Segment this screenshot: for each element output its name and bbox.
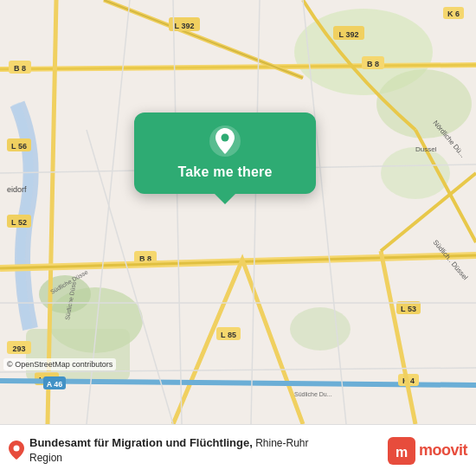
take-me-there-popup[interactable]: Take me there (134, 113, 316, 194)
svg-point-52 (222, 134, 229, 142)
svg-text:B 8: B 8 (367, 60, 379, 68)
svg-text:Dussel: Dussel (415, 145, 437, 153)
destination-pin-icon (9, 441, 24, 460)
moovit-brand-text: moovit (419, 441, 467, 460)
svg-text:L 85: L 85 (221, 331, 236, 339)
svg-text:L 56: L 56 (11, 142, 27, 151)
svg-text:L 392: L 392 (175, 22, 195, 30)
destination-text: Bundesamt für Migration und Flüchtlinge,… (29, 435, 341, 466)
svg-point-53 (14, 446, 20, 452)
svg-text:A 46: A 46 (47, 380, 63, 389)
bottom-info-bar: Bundesamt für Migration und Flüchtlinge,… (0, 424, 476, 476)
moovit-logo: m moovit (388, 437, 467, 465)
svg-text:B 8: B 8 (14, 64, 26, 73)
svg-text:L 52: L 52 (11, 218, 27, 227)
osm-attribution: © OpenStreetMap contributors (3, 358, 116, 370)
svg-text:L 392: L 392 (339, 30, 359, 39)
map-view: L 392 B 8 B 8 L 56 L 52 L 56 L 392 L 85 (0, 0, 476, 424)
destination-info: Bundesamt für Migration und Flüchtlinge,… (29, 435, 341, 466)
svg-text:eidorf: eidorf (7, 185, 27, 194)
svg-point-5 (376, 69, 472, 138)
popup-button-label[interactable]: Take me there (177, 164, 272, 180)
destination-name: Bundesamt für Migration und Flüchtlinge, (29, 436, 253, 449)
svg-text:K 6: K 6 (447, 10, 460, 18)
svg-point-7 (290, 307, 351, 351)
moovit-brand-icon: m (388, 437, 415, 465)
svg-text:L 53: L 53 (401, 305, 416, 313)
svg-text:293: 293 (12, 344, 25, 353)
svg-text:Südliche Du...: Südliche Du... (294, 391, 332, 397)
svg-text:m: m (396, 445, 408, 460)
location-pin-icon (209, 125, 241, 158)
